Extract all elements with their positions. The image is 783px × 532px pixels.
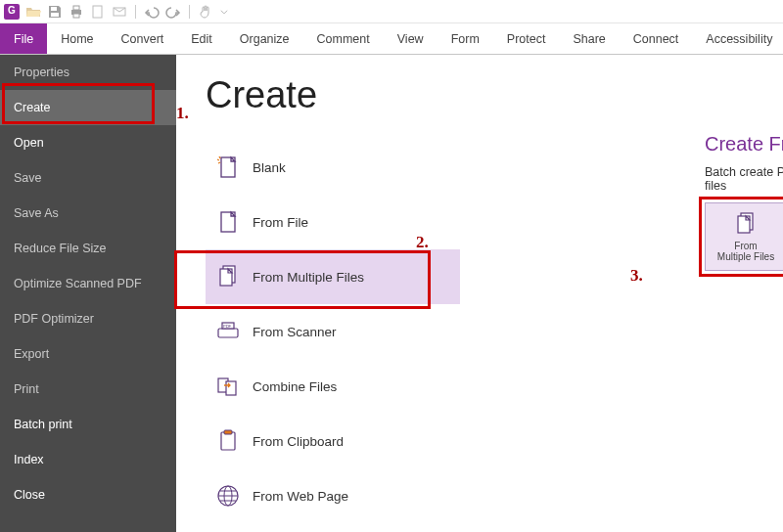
multiple-files-icon [733, 211, 759, 237]
option-label: Combine Files [253, 379, 337, 394]
content-area: Properties Create Open Save Save As Redu… [0, 55, 783, 532]
option-blank[interactable]: Blank [206, 140, 460, 195]
svg-rect-3 [73, 6, 79, 10]
hand-tool-icon[interactable] [198, 4, 213, 20]
ribbon-tab-protect[interactable]: Protect [493, 23, 560, 54]
option-from-file[interactable]: From File [206, 195, 460, 249]
option-label: From Scanner [253, 325, 337, 339]
separator [135, 5, 136, 19]
sidebar-item-save[interactable]: Save [0, 160, 176, 196]
save-icon[interactable] [47, 4, 63, 20]
sidebar-item-save-as[interactable]: Save As [0, 196, 176, 231]
option-label: Blank [253, 160, 286, 175]
option-label: From Clipboard [253, 434, 344, 449]
svg-rect-17 [224, 430, 232, 434]
file-icon [215, 209, 241, 235]
app-logo-icon [4, 4, 20, 20]
sidebar-item-export[interactable]: Export [0, 336, 176, 372]
main-panel: Create Blank From File From M [176, 55, 783, 532]
ribbon-tab-share[interactable]: Share [559, 23, 619, 54]
sidebar-item-optimize-scanned-pdf[interactable]: Optimize Scanned PDF [0, 266, 176, 301]
sidebar-item-pdf-optimizer[interactable]: PDF Optimizer [0, 301, 176, 336]
file-menu-sidebar: Properties Create Open Save Save As Redu… [0, 55, 176, 532]
combine-files-icon [215, 374, 241, 399]
sidebar-item-properties[interactable]: Properties [0, 55, 176, 90]
ribbon-tab-organize[interactable]: Organize [226, 23, 303, 54]
ribbon-tab-accessibility[interactable]: Accessibility [692, 23, 783, 54]
page-title: Create [206, 74, 754, 116]
svg-text:PDF: PDF [223, 324, 232, 329]
svg-rect-16 [221, 432, 235, 450]
create-detail-panel: Create From Multiple Files Batch create … [705, 133, 783, 271]
separator [189, 5, 190, 19]
sidebar-item-reduce-file-size[interactable]: Reduce File Size [0, 231, 176, 266]
multiple-files-icon [215, 264, 241, 289]
sidebar-item-close[interactable]: Close [0, 477, 176, 512]
clipboard-icon [215, 428, 241, 454]
svg-rect-4 [73, 14, 79, 18]
blank-page-icon [215, 155, 241, 180]
option-label: From Web Page [253, 489, 348, 504]
open-folder-icon[interactable] [25, 4, 41, 20]
svg-rect-0 [51, 7, 57, 11]
right-panel-title: Create From Multiple Files [705, 133, 783, 155]
ribbon-tab-home[interactable]: Home [47, 23, 107, 54]
svg-rect-5 [93, 6, 102, 18]
print-icon[interactable] [69, 4, 84, 20]
create-options-list: Blank From File From Multiple Files [206, 140, 460, 523]
redo-icon[interactable] [165, 4, 181, 20]
option-label: From File [253, 215, 308, 230]
right-panel-description: Batch create PDF documents from multiple… [705, 165, 783, 193]
sidebar-item-batch-print[interactable]: Batch print [0, 407, 176, 442]
mail-icon[interactable] [112, 4, 127, 20]
option-from-multiple-files[interactable]: From Multiple Files [206, 249, 460, 304]
ribbon-tab-connect[interactable]: Connect [620, 23, 693, 54]
quick-access-toolbar [0, 0, 783, 23]
ribbon-tab-comment[interactable]: Comment [303, 23, 384, 54]
sidebar-item-create[interactable]: Create [0, 90, 176, 125]
blank-doc-icon[interactable] [90, 4, 106, 20]
sidebar-item-index[interactable]: Index [0, 442, 176, 477]
option-from-web-page[interactable]: From Web Page [206, 468, 460, 523]
from-multiple-files-tile[interactable]: FromMultiple Files [705, 202, 783, 271]
undo-icon[interactable] [144, 4, 160, 20]
sidebar-item-open[interactable]: Open [0, 125, 176, 160]
svg-rect-15 [226, 381, 236, 395]
option-combine-files[interactable]: Combine Files [206, 359, 460, 414]
ribbon-tab-file[interactable]: File [0, 23, 47, 54]
globe-icon [215, 483, 241, 509]
option-from-clipboard[interactable]: From Clipboard [206, 414, 460, 468]
sidebar-item-print[interactable]: Print [0, 372, 176, 407]
ribbon-tab-form[interactable]: Form [438, 23, 493, 54]
ribbon-tab-view[interactable]: View [384, 23, 438, 54]
svg-rect-1 [51, 13, 59, 17]
ribbon-tab-edit[interactable]: Edit [177, 23, 226, 54]
dropdown-icon[interactable] [219, 4, 229, 20]
svg-rect-11 [218, 329, 238, 337]
scanner-icon: PDF [215, 319, 241, 344]
ribbon-tabs: File Home Convert Edit Organize Comment … [0, 23, 783, 55]
option-from-scanner[interactable]: PDF From Scanner [206, 304, 460, 359]
ribbon-tab-convert[interactable]: Convert [108, 23, 178, 54]
tile-label: FromMultiple Files [717, 241, 774, 263]
option-label: From Multiple Files [253, 270, 364, 285]
